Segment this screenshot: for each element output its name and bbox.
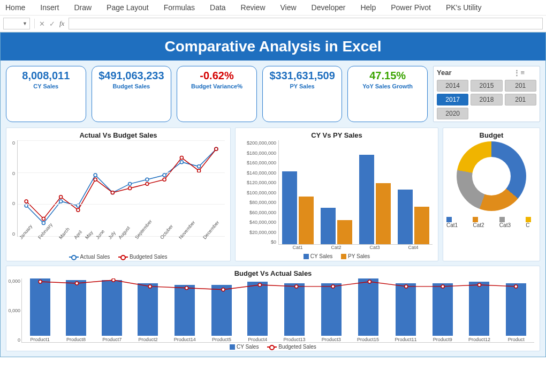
formula-bar: ▼ ✕ ✓ fx <box>0 16 546 32</box>
y-tick: $100,000,000 <box>247 190 276 195</box>
ribbon-tab-home[interactable]: Home <box>5 3 25 12</box>
y-tick: $140,000,000 <box>247 170 276 176</box>
svg-point-2 <box>59 200 63 203</box>
bar <box>359 155 374 244</box>
svg-point-1 <box>42 222 45 225</box>
legend-budgeted: Budgeted Sales <box>278 344 316 350</box>
chart-title: Budget <box>446 131 536 139</box>
chart-title: CY Vs PY Sales <box>239 131 435 139</box>
chart-legend: Cat1 Cat2 Cat3 C <box>446 216 536 228</box>
svg-point-29 <box>222 288 225 291</box>
name-box[interactable]: ▼ <box>3 18 30 29</box>
bar <box>398 190 413 244</box>
chart-row: Actual Vs Budget Sales 0 0 0 0 JanuaryFe… <box>1 127 545 266</box>
svg-point-17 <box>111 191 114 194</box>
kpi-label: CY Sales <box>9 83 84 89</box>
ribbon: Home Insert Draw Page Layout Formulas Da… <box>0 0 546 16</box>
kpi-label: Budget Sales <box>94 83 169 89</box>
svg-point-32 <box>331 285 335 288</box>
svg-point-24 <box>39 280 42 283</box>
svg-point-21 <box>180 156 183 160</box>
legend-cat2: Cat2 <box>473 222 484 228</box>
slicer-item[interactable]: 201 <box>505 80 536 92</box>
y-tick: $160,000,000 <box>247 160 276 165</box>
enter-icon[interactable]: ✓ <box>49 20 55 28</box>
ribbon-tab-draw[interactable]: Draw <box>74 3 92 12</box>
y-tick: 0,000 <box>8 278 20 284</box>
y-tick: $120,000,000 <box>247 180 276 185</box>
y-tick: $20,000,000 <box>249 230 276 235</box>
cancel-icon[interactable]: ✕ <box>39 20 45 28</box>
x-label: Cat2 <box>331 245 341 250</box>
ribbon-tab-data[interactable]: Data <box>210 3 226 12</box>
slicer-item[interactable]: 2015 <box>471 80 502 92</box>
ribbon-tab-review[interactable]: Review <box>241 3 266 12</box>
svg-point-34 <box>405 285 408 288</box>
y-tick: $180,000,000 <box>247 150 276 156</box>
dashboard: Comparative Analysis in Excel 8,008,011 … <box>0 32 546 357</box>
slicer-title: Year <box>437 69 451 77</box>
legend-cy-sales: CY Sales <box>237 344 259 350</box>
bar <box>414 207 429 244</box>
svg-point-9 <box>180 161 183 164</box>
chart-title: Actual Vs Budget Sales <box>10 131 227 139</box>
slicer-item[interactable]: 201 <box>505 94 536 105</box>
legend-py: PY Sales <box>348 253 370 259</box>
svg-point-15 <box>77 208 80 212</box>
legend-cat4: C <box>526 222 529 228</box>
fx-icon[interactable]: fx <box>59 19 64 28</box>
svg-point-37 <box>514 285 518 288</box>
kpi-label: Budget Variance% <box>179 83 254 89</box>
svg-point-12 <box>25 200 28 203</box>
ribbon-tab-insert[interactable]: Insert <box>40 3 59 12</box>
svg-point-20 <box>163 178 166 181</box>
chart-budget-donut[interactable]: Budget Cat1 Cat2 Cat3 C <box>443 127 540 261</box>
kpi-py-sales: $331,631,509 PY Sales <box>262 66 343 122</box>
svg-point-28 <box>185 287 188 290</box>
ribbon-tab-pk-utility[interactable]: PK's Utility <box>446 3 481 12</box>
ribbon-tab-developer[interactable]: Developer <box>312 3 346 12</box>
legend-cat1: Cat1 <box>446 222 458 228</box>
chart-budget-vs-actual-products[interactable]: Budget Vs Actual Sales 0,000 0,000 0 Pro… <box>6 266 540 351</box>
y-tick: $40,000,000 <box>249 220 276 225</box>
svg-point-23 <box>215 147 218 150</box>
bar <box>282 171 297 244</box>
svg-point-25 <box>75 282 79 285</box>
slicer-item[interactable]: 2014 <box>437 80 468 92</box>
ribbon-tab-help[interactable]: Help <box>360 3 376 12</box>
y-tick: $200,000,000 <box>247 140 276 146</box>
ribbon-tab-view[interactable]: View <box>280 3 297 12</box>
y-tick: 0 <box>12 171 15 176</box>
ribbon-tab-power-pivot[interactable]: Power Pivot <box>391 3 431 12</box>
divider <box>34 19 35 28</box>
bar <box>376 183 391 244</box>
y-tick: $60,000,000 <box>249 210 276 215</box>
svg-point-6 <box>128 182 132 185</box>
chart-actual-vs-budget[interactable]: Actual Vs Budget Sales 0 0 0 0 JanuaryFe… <box>6 127 231 261</box>
slicer-item[interactable]: 2020 <box>437 108 468 119</box>
year-slicer[interactable]: Year ⋮≡ ⌫ 20142015201201720182012020 <box>433 66 540 122</box>
kpi-value: 47.15% <box>350 70 425 82</box>
chart-cy-vs-py[interactable]: CY Vs PY Sales $200,000,000$180,000,000$… <box>235 127 438 261</box>
svg-point-7 <box>146 178 149 181</box>
svg-point-27 <box>148 285 151 288</box>
x-label: Cat1 <box>292 245 302 250</box>
formula-input[interactable] <box>69 18 543 29</box>
svg-point-10 <box>198 165 201 168</box>
chevron-down-icon[interactable]: ▼ <box>22 21 27 26</box>
chart-legend: CY Sales PY Sales <box>239 253 435 259</box>
legend-cat3: Cat3 <box>499 222 511 228</box>
svg-point-36 <box>477 283 481 287</box>
kpi-label: YoY Sales Growth <box>350 83 425 89</box>
ribbon-tab-page-layout[interactable]: Page Layout <box>107 3 149 12</box>
kpi-row: 8,008,011 CY Sales $491,063,233 Budget S… <box>1 61 545 127</box>
svg-point-35 <box>441 285 444 288</box>
donut-chart <box>457 141 526 211</box>
chart-title: Budget Vs Actual Sales <box>10 269 536 277</box>
y-tick: 0 <box>18 337 20 343</box>
multi-select-icon[interactable]: ⋮≡ <box>513 69 525 77</box>
kpi-value: $331,631,509 <box>265 70 340 82</box>
slicer-item[interactable]: 2017 <box>437 94 468 105</box>
ribbon-tab-formulas[interactable]: Formulas <box>164 3 195 12</box>
slicer-item[interactable]: 2018 <box>471 94 502 105</box>
